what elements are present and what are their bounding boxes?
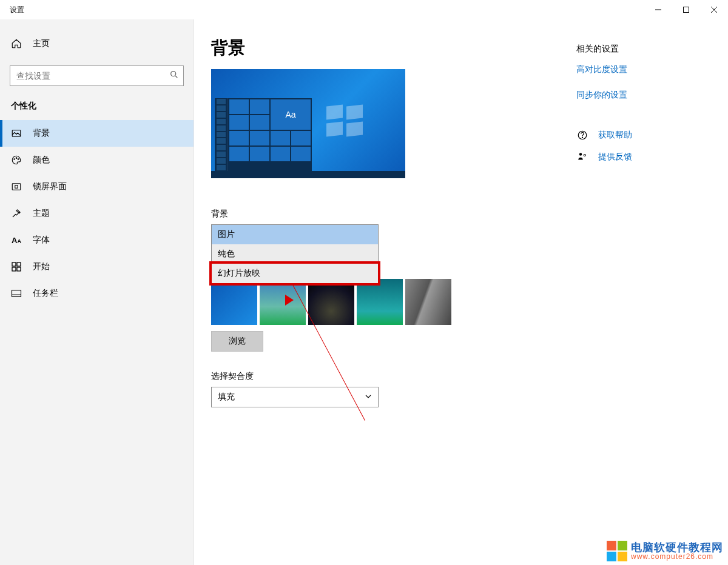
svg-line-5 — [175, 76, 177, 78]
recent-images — [211, 279, 728, 325]
desktop-preview: Aa — [211, 69, 405, 178]
image-thumb[interactable] — [405, 279, 451, 325]
font-icon: AA — [11, 235, 22, 246]
svg-rect-12 — [12, 262, 16, 266]
fit-dropdown[interactable]: 填充 — [211, 387, 379, 407]
home-icon — [11, 38, 22, 49]
sidebar-item-label: 任务栏 — [33, 288, 58, 299]
sidebar-item-start[interactable]: 开始 — [0, 253, 194, 280]
image-thumb[interactable] — [308, 279, 354, 325]
svg-rect-16 — [12, 290, 21, 297]
home-link[interactable]: 主页 — [0, 30, 194, 57]
preview-taskbar — [211, 171, 405, 178]
chevron-down-icon — [365, 392, 372, 402]
sidebar-item-lockscreen[interactable]: 锁屏界面 — [0, 173, 194, 200]
sidebar-item-label: 背景 — [33, 128, 50, 139]
annotation-highlight: 幻灯片放映 — [209, 261, 380, 286]
palette-icon — [11, 155, 22, 165]
sidebar-item-fonts[interactable]: AA 字体 — [0, 227, 194, 253]
titlebar: 设置 — [0, 0, 728, 19]
watermark-line1: 电脑软硬件教程网 — [631, 542, 723, 553]
background-label: 背景 — [211, 209, 728, 219]
link-high-contrast[interactable]: 高对比度设置 — [576, 64, 704, 75]
image-thumb[interactable] — [357, 279, 403, 325]
sidebar-item-label: 主题 — [33, 208, 50, 219]
window-controls — [644, 0, 728, 19]
help-icon — [576, 130, 588, 141]
image-thumb[interactable] — [260, 279, 306, 325]
svg-point-20 — [579, 153, 582, 156]
background-dropdown[interactable]: 图片 纯色 幻灯片放映 — [211, 224, 379, 284]
sidebar-item-label: 颜色 — [33, 155, 50, 165]
rail-help-label: 获取帮助 — [598, 130, 632, 141]
link-sync-settings[interactable]: 同步你的设置 — [576, 90, 704, 101]
rail-feedback-label: 提供反馈 — [598, 152, 632, 162]
svg-point-7 — [14, 159, 15, 160]
sidebar-item-background[interactable]: 背景 — [0, 120, 194, 147]
svg-rect-13 — [17, 262, 21, 266]
watermark-line2: www.computer26.com — [631, 553, 723, 560]
get-help-link[interactable]: 获取帮助 — [576, 130, 704, 141]
preview-sample-text: Aa — [271, 99, 311, 130]
sidebar-item-label: 字体 — [33, 235, 50, 246]
related-settings-rail: 相关的设置 高对比度设置 同步你的设置 获取帮助 提供反馈 — [576, 44, 704, 173]
sidebar-item-label: 锁屏界面 — [33, 181, 67, 192]
give-feedback-link[interactable]: 提供反馈 — [576, 152, 704, 162]
svg-rect-15 — [17, 267, 21, 271]
maximize-button[interactable] — [672, 0, 700, 19]
image-thumb[interactable] — [211, 279, 257, 325]
watermark-logo-icon — [607, 541, 627, 561]
sidebar: 主页 个性化 背景 颜色 锁屏界面 主题 AA 字体 开始 任务栏 — [0, 19, 194, 565]
home-label: 主页 — [33, 38, 50, 49]
sidebar-item-label: 开始 — [33, 261, 50, 272]
sidebar-item-themes[interactable]: 主题 — [0, 200, 194, 227]
minimize-button[interactable] — [644, 0, 672, 19]
dropdown-option-picture[interactable]: 图片 — [212, 225, 378, 244]
sidebar-item-colors[interactable]: 颜色 — [0, 147, 194, 173]
rail-title: 相关的设置 — [576, 44, 704, 55]
start-icon — [11, 261, 22, 272]
fit-label: 选择契合度 — [211, 371, 728, 382]
svg-point-8 — [16, 158, 17, 159]
feedback-icon — [576, 152, 588, 162]
fit-value: 填充 — [218, 392, 235, 403]
svg-rect-11 — [15, 186, 18, 189]
picture-icon — [11, 128, 22, 139]
close-button[interactable] — [700, 0, 728, 19]
svg-point-19 — [582, 137, 582, 138]
search-icon — [169, 70, 179, 82]
preview-startmenu: Aa — [215, 98, 312, 171]
svg-rect-10 — [12, 184, 21, 190]
search-input[interactable] — [10, 65, 184, 86]
lockscreen-icon — [11, 181, 22, 192]
window-title: 设置 — [10, 5, 24, 15]
taskbar-icon — [11, 288, 22, 299]
svg-point-21 — [584, 155, 585, 156]
watermark: 电脑软硬件教程网 www.computer26.com — [607, 541, 723, 561]
svg-point-9 — [18, 159, 19, 160]
svg-rect-1 — [684, 7, 689, 13]
sidebar-section-title: 个性化 — [0, 97, 194, 120]
svg-rect-14 — [12, 267, 16, 271]
dropdown-option-slideshow[interactable]: 幻灯片放映 — [212, 264, 378, 283]
browse-button[interactable]: 浏览 — [211, 331, 263, 352]
windows-logo-icon — [326, 105, 363, 136]
sidebar-item-taskbar[interactable]: 任务栏 — [0, 280, 194, 307]
themes-icon — [11, 208, 22, 219]
search-wrap — [10, 65, 184, 86]
svg-point-4 — [171, 72, 176, 76]
